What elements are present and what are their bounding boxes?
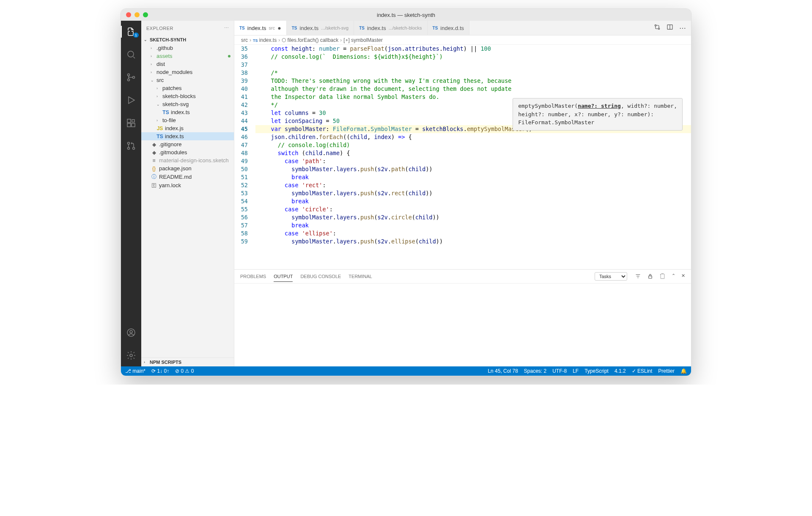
code-line[interactable]: symbolMaster.layers.push(s2v.rect(child)… [255,189,691,197]
signature-help-tooltip: emptySymbolMaster(name?: string, width?:… [513,98,683,131]
code-line[interactable]: switch (child.name) { [255,149,691,157]
file-item[interactable]: ◆.gitmodules [141,148,234,156]
extensions-icon[interactable] [121,115,141,131]
ts-version[interactable]: 4.1.2 [614,368,626,374]
sidebar-more-icon[interactable]: ⋯ [224,25,229,31]
tree-item-label: .gitignore [159,141,181,147]
folder-item[interactable]: ›sketch-blocks [141,92,234,100]
panel-tab[interactable]: DEBUG CONSOLE [300,271,341,281]
output-channel-select[interactable]: Tasks [595,272,627,281]
file-item[interactable]: ⚿yarn.lock [141,181,234,189]
eslint-status[interactable]: ✓ ESLint [632,368,653,374]
lock-icon[interactable] [647,273,653,280]
search-icon[interactable] [121,47,141,62]
file-item[interactable]: ≡material-design-icons.sketch [141,156,234,164]
code-line[interactable]: case 'circle': [255,205,691,213]
breadcrumb-item[interactable]: TS index.ts [253,37,277,43]
panel-tab[interactable]: PROBLEMS [240,271,266,281]
breadcrumb-item[interactable]: src [241,37,248,43]
file-item[interactable]: JSindex.js [141,124,234,132]
language-mode[interactable]: TypeScript [584,368,609,374]
file-item[interactable]: TSindex.ts [141,132,234,140]
code-line[interactable]: break [255,221,691,229]
folder-item[interactable]: ⌄sketch-svg [141,100,234,108]
git-branch[interactable]: ⎇ main* [125,368,145,374]
run-debug-icon[interactable] [121,93,141,108]
editor-tab[interactable]: TSindex.tssrc● [234,21,287,35]
code-line[interactable]: // console.log(child) [255,141,691,149]
folder-item[interactable]: ›assets [141,52,234,60]
breadcrumb-item[interactable]: [∘] symbolMaster [343,37,383,43]
folder-item[interactable]: ⌄src [141,76,234,84]
code-line[interactable]: /* [255,69,691,77]
code-line[interactable]: symbolMaster.layers.push(s2v.path(child)… [255,165,691,173]
code-line[interactable]: const height: number = parseFloat(json.a… [255,45,691,53]
code-editor[interactable]: 3536373839404142434445464748495051525354… [234,45,691,269]
folder-item[interactable]: ›.github [141,44,234,52]
settings-icon[interactable] [121,348,141,363]
file-item[interactable]: TSindex.ts [141,108,234,116]
panel-body [234,284,691,366]
code-line[interactable]: case 'ellipse': [255,229,691,238]
tab-bar: TSindex.tssrc●TSindex.ts.../sketch-svgTS… [234,21,691,35]
close-window-icon[interactable] [126,12,131,17]
file-item[interactable]: ⓘREADME.md [141,172,234,181]
code-line[interactable] [255,61,691,69]
line-number: 37 [234,61,248,69]
file-item[interactable]: {}package.json [141,164,234,172]
breadcrumb[interactable]: src›TS index.ts›⬡ files.forEach() callba… [234,35,691,45]
svg-point-1 [128,74,130,76]
close-panel-icon[interactable]: ✕ [681,273,685,280]
code-line[interactable]: // console.log(` Dimensions: ${width}x${… [255,53,691,61]
code-line[interactable]: symbolMaster.layers.push(s2v.ellipse(chi… [255,238,691,246]
pull-requests-icon[interactable] [121,138,141,153]
editor-tab[interactable]: TSindex.d.ts [428,21,469,35]
filter-icon[interactable] [635,273,641,280]
code-content[interactable]: const height: number = parseFloat(json.a… [255,45,691,269]
encoding[interactable]: UTF-8 [552,368,567,374]
code-line[interactable]: break [255,173,691,181]
file-item[interactable]: ◆.gitignore [141,140,234,148]
panel-tab[interactable]: TERMINAL [348,271,372,281]
git-sync[interactable]: ⟳ 1↓ 0↑ [151,368,169,374]
prettier-status[interactable]: Prettier [658,368,675,374]
code-line[interactable]: json.children.forEach((child, index) => … [255,133,691,141]
ts-file-icon: TS [292,26,297,30]
code-line[interactable]: break [255,197,691,205]
zoom-window-icon[interactable] [143,12,148,17]
explorer-icon[interactable]: 1 [121,24,141,39]
problems-status[interactable]: ⊘ 0 ⚠ 0 [175,368,194,374]
minimize-window-icon[interactable] [134,12,140,17]
collapse-panel-icon[interactable]: ⌃ [672,273,675,280]
source-control-icon[interactable] [121,70,141,85]
tree-item-label: sketch-blocks [162,93,196,99]
editor-tab[interactable]: TSindex.ts.../sketch-svg [287,21,354,35]
code-line[interactable]: case 'path': [255,157,691,165]
compare-changes-icon[interactable] [654,24,661,32]
code-line[interactable]: although they're drawn in the document, … [255,85,691,93]
cursor-position[interactable]: Ln 45, Col 78 [488,368,518,374]
clear-output-icon[interactable] [659,273,666,280]
code-line[interactable]: TODO: There's something wrong with the w… [255,77,691,85]
code-line[interactable]: symbolMaster.layers.push(s2v.circle(chil… [255,213,691,221]
split-editor-icon[interactable] [667,24,673,32]
folder-item[interactable]: ›to-file [141,116,234,124]
line-number: 43 [234,109,248,117]
breadcrumb-item[interactable]: ⬡ files.forEach() callback [282,37,338,43]
eol[interactable]: LF [573,368,579,374]
file-icon: ≡ [151,158,157,164]
editor-tab[interactable]: TSindex.ts.../sketch-blocks [354,21,427,35]
folder-item[interactable]: ›patches [141,84,234,92]
accounts-icon[interactable] [121,325,141,340]
tab-more-icon[interactable]: ⋯ [679,24,686,32]
notifications-icon[interactable]: 🔔 [680,368,687,374]
indentation[interactable]: Spaces: 2 [524,368,546,374]
tab-actions: ⋯ [649,21,691,35]
folder-item[interactable]: ›node_modules [141,68,234,76]
project-header[interactable]: ⌄ SKETCH-SYNTH [141,35,234,44]
code-line[interactable]: case 'rect': [255,181,691,189]
panel-tab[interactable]: OUTPUT [274,271,293,282]
folder-item[interactable]: ›dist [141,60,234,68]
npm-scripts-header[interactable]: › NPM SCRIPTS [141,358,234,366]
tab-label: index.ts [367,25,386,31]
